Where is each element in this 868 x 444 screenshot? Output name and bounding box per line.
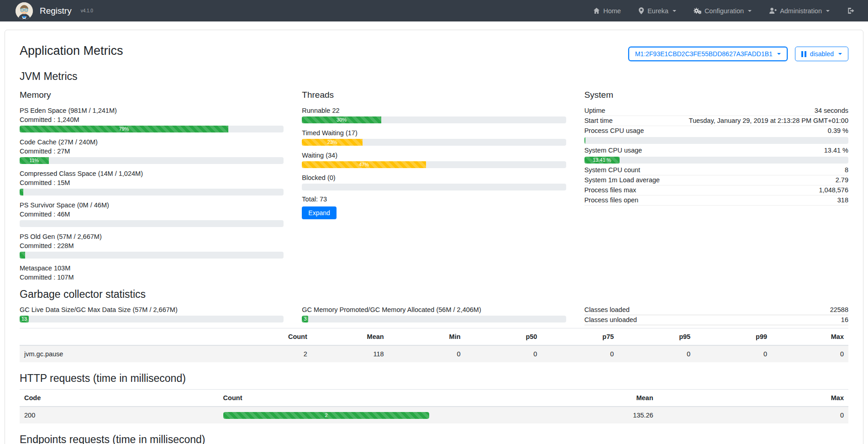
memory-entry-committed: Committed : 27M <box>20 147 284 156</box>
home-icon <box>593 7 600 14</box>
http-requests-table: Code Count Mean Max 200 2 135.26 0 <box>20 389 848 423</box>
expand-button[interactable]: Expand <box>302 206 336 219</box>
system-row: Start time Tuesday, January 29, 2019 at … <box>584 116 848 126</box>
thread-progress-bar <box>302 184 566 190</box>
chevron-down-icon <box>748 10 752 12</box>
gc-bar-name: GC Live Data Size/GC Max Data Size (57M … <box>20 305 284 314</box>
thread-entry: Waiting (34) 47% <box>302 151 566 168</box>
classes-row-value: 22588 <box>830 306 848 313</box>
gc-live-progress-bar: 13 <box>20 316 284 322</box>
gc-heading: Garbage collector statistics <box>20 288 848 301</box>
instance-selector-dropdown[interactable]: M1:2F93E1CBD2C3FE55BDD8627A3FADD1B1 <box>628 47 788 61</box>
nav-item-label: Eureka <box>647 7 668 15</box>
classes-row-label: Classes loaded <box>584 306 630 313</box>
memory-entry-name: Compressed Class Space (14M / 1,024M) <box>20 169 284 178</box>
gc-col-mean: Mean <box>312 328 389 346</box>
memory-entry-committed: Committed : 1,240M <box>20 115 284 124</box>
system-row-value: 8 <box>845 166 848 174</box>
thread-entry-name: Blocked (0) <box>302 173 566 182</box>
system-row: Uptime 34 seconds <box>584 106 848 116</box>
nav-item-logout[interactable] <box>847 7 854 14</box>
system-row: Process CPU usage 0.39 % <box>584 126 848 136</box>
system-row: System CPU count 8 <box>584 165 848 175</box>
navbar-menu: Home Eureka <box>593 7 854 15</box>
system-row-value: 1,048,576 <box>819 186 848 194</box>
http-count-progress-bar: 2 <box>223 412 430 419</box>
gc-promoted-progress-bar: 3 <box>302 316 566 322</box>
memory-entry-committed: Committed : 15M <box>20 178 284 187</box>
nav-item-administration[interactable]: Administration <box>769 7 830 15</box>
chevron-down-icon <box>777 53 781 55</box>
memory-progress-bar <box>20 220 284 227</box>
memory-column: Memory PS Eden Space (981M / 1,241M) Com… <box>20 87 284 282</box>
chevron-down-icon <box>673 10 676 12</box>
registry-avatar-logo <box>16 2 33 20</box>
thread-entry-name: Waiting (34) <box>302 151 566 160</box>
system-row-label: Process files open <box>584 196 638 204</box>
memory-entry-name: Code Cache (27M / 240M) <box>20 137 284 147</box>
http-col-mean: Mean <box>434 390 658 407</box>
http-table-header-row: Code Count Mean Max <box>20 390 848 407</box>
system-row-value: Tuesday, January 29, 2019 at 2:13:28 PM … <box>689 117 848 124</box>
gc-bar-name: GC Memory Promoted/GC Memory Allocated (… <box>302 305 566 314</box>
refresh-rate-label: disabled <box>810 50 834 58</box>
system-row-value: 34 seconds <box>815 107 848 114</box>
memory-entry: PS Old Gen (57M / 2,667M) Committed : 22… <box>20 232 284 259</box>
nav-item-eureka[interactable]: Eureka <box>638 7 676 15</box>
memory-entry-committed: Committed : 107M <box>20 273 284 282</box>
brand-name: Registry <box>40 6 72 16</box>
gc-col-name <box>20 328 235 346</box>
threads-heading: Threads <box>302 90 566 100</box>
nav-item-label: Administration <box>780 7 822 15</box>
cogs-icon <box>694 7 701 14</box>
gc-pause-table: Count Mean Min p50 p75 p95 p99 Max jvm.g… <box>20 328 848 362</box>
nav-item-home[interactable]: Home <box>593 7 621 15</box>
brand-version: v4.1.0 <box>81 8 93 13</box>
memory-entry-name: PS Eden Space (981M / 1,241M) <box>20 106 284 115</box>
brand[interactable]: Registry v4.1.0 <box>16 2 93 20</box>
gc-col-p75: p75 <box>542 328 618 346</box>
nav-item-configuration[interactable]: Configuration <box>694 7 752 15</box>
table-row: jvm.gc.pause 2 118 0 0 0 0 0 0 <box>20 345 848 362</box>
gc-col-p95: p95 <box>618 328 695 346</box>
memory-entry-committed: Committed : 46M <box>20 210 284 219</box>
memory-progress-bar <box>20 189 284 196</box>
system-row: Process files max 1,048,576 <box>584 185 848 196</box>
chevron-down-icon <box>838 53 842 55</box>
map-marker-icon <box>638 7 644 14</box>
threads-column: Threads Runnable 22 30% Timed Waiting (1… <box>302 87 566 282</box>
gc-table-header-row: Count Mean Min p50 p75 p95 p99 Max <box>20 328 848 346</box>
user-plus-icon <box>769 7 777 14</box>
gc-col-count: Count <box>235 328 312 346</box>
gc-col-min: Min <box>389 328 465 346</box>
classes-row-value: 16 <box>841 316 848 323</box>
classes-unloaded-row: Classes unloaded 16 <box>584 315 848 325</box>
table-row: 200 2 135.26 0 <box>20 407 848 423</box>
memory-entry: Code Cache (27M / 240M) Committed : 27M … <box>20 137 284 164</box>
memory-entry-committed: Committed : 228M <box>20 241 284 250</box>
memory-entry-name: PS Survivor Space (0M / 46M) <box>20 201 284 210</box>
http-requests-heading: HTTP requests (time in millisecond) <box>20 372 848 385</box>
instance-selector-label: M1:2F93E1CBD2C3FE55BDD8627A3FADD1B1 <box>635 50 773 58</box>
gc-live-data-column: GC Live Data Size/GC Max Data Size (57M … <box>20 305 284 325</box>
system-row-value: 13.41 % <box>824 147 848 154</box>
thread-entry: Blocked (0) <box>302 173 566 190</box>
threads-total: Total: 73 <box>302 196 566 203</box>
page-title: Application Metrics <box>20 44 123 58</box>
memory-entry-name: PS Old Gen (57M / 2,667M) <box>20 232 284 241</box>
gc-col-max: Max <box>772 328 848 346</box>
system-cpu-progress-bar: 13.41 % <box>584 157 848 164</box>
classes-row-label: Classes unloaded <box>584 316 637 323</box>
nav-item-label: Home <box>603 7 621 15</box>
http-col-count: Count <box>219 390 434 407</box>
jvm-metrics-heading: JVM Metrics <box>20 70 848 83</box>
thread-entry-name: Timed Waiting (17) <box>302 128 566 137</box>
system-row-label: Uptime <box>584 107 605 114</box>
system-row-label: Process files max <box>584 186 637 194</box>
thread-progress-bar: 47% <box>302 161 566 168</box>
chevron-down-icon <box>826 10 830 12</box>
memory-entry: Compressed Class Space (14M / 1,024M) Co… <box>20 169 284 196</box>
system-row: System 1m Load average 2.79 <box>584 175 848 185</box>
memory-entry: PS Eden Space (981M / 1,241M) Committed … <box>20 106 284 132</box>
refresh-rate-dropdown[interactable]: disabled <box>795 47 848 61</box>
